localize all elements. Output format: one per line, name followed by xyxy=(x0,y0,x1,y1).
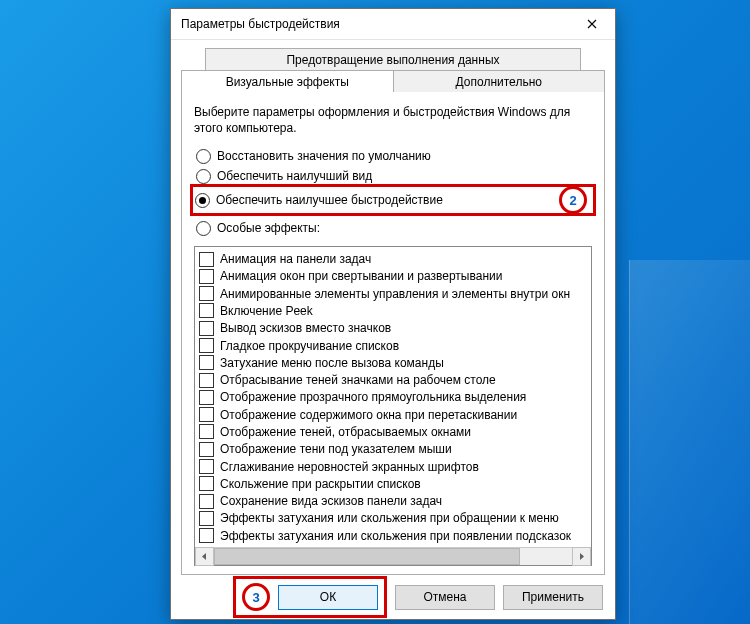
scroll-track[interactable] xyxy=(214,548,572,565)
effect-label: Отображение теней, отбрасываемых окнами xyxy=(220,425,471,439)
effect-item[interactable]: Анимация окон при свертывании и разверты… xyxy=(199,268,589,285)
cancel-button[interactable]: Отмена xyxy=(395,585,495,610)
ok-button[interactable]: ОК xyxy=(278,585,378,610)
dialog-button-row: 3 ОК Отмена Применить xyxy=(171,575,615,619)
checkbox-icon[interactable] xyxy=(199,511,214,526)
checkbox-icon[interactable] xyxy=(199,269,214,284)
effect-label: Включение Peek xyxy=(220,304,313,318)
annotation-step-3: 3 ОК xyxy=(233,576,387,618)
effect-item[interactable]: Отображение тени под указателем мыши xyxy=(199,441,589,458)
tab-visual-effects[interactable]: Визуальные эффекты xyxy=(181,70,394,92)
effect-item[interactable]: Отбрасывание теней значками на рабочем с… xyxy=(199,371,589,388)
radio-label: Обеспечить наилучший вид xyxy=(217,169,372,183)
effect-item[interactable]: Затухание меню после вызова команды xyxy=(199,354,589,371)
effect-label: Отображение тени под указателем мыши xyxy=(220,442,452,456)
radio-restore-defaults[interactable]: Восстановить значения по умолчанию xyxy=(194,146,592,166)
effect-item[interactable]: Эффекты затухания или скольжения при обр… xyxy=(199,510,589,527)
effect-label: Вывод эскизов вместо значков xyxy=(220,321,391,335)
effect-item[interactable]: Эффекты затухания или скольжения при поя… xyxy=(199,527,589,544)
effect-label: Эффекты затухания или скольжения при поя… xyxy=(220,529,571,543)
effect-label: Сглаживание неровностей экранных шрифтов xyxy=(220,460,479,474)
effect-label: Отображение содержимого окна при перетас… xyxy=(220,408,517,422)
step-badge-3: 3 xyxy=(242,583,270,611)
effect-item[interactable]: Отображение прозрачного прямоугольника в… xyxy=(199,389,589,406)
tab-dep[interactable]: Предотвращение выполнения данных xyxy=(205,48,581,70)
radio-icon xyxy=(196,169,211,184)
checkbox-icon[interactable] xyxy=(199,252,214,267)
desktop-background-accent xyxy=(629,260,750,624)
radio-label: Обеспечить наилучшее быстродействие xyxy=(216,193,443,207)
horizontal-scrollbar[interactable] xyxy=(195,547,591,565)
close-button[interactable] xyxy=(569,9,615,39)
apply-button[interactable]: Применить xyxy=(503,585,603,610)
titlebar: Параметры быстродействия xyxy=(171,9,615,40)
effect-item[interactable]: Сохранение вида эскизов панели задач xyxy=(199,493,589,510)
checkbox-icon[interactable] xyxy=(199,390,214,405)
effect-label: Затухание меню после вызова команды xyxy=(220,356,444,370)
checkbox-icon[interactable] xyxy=(199,476,214,491)
effect-item[interactable]: Включение Peek xyxy=(199,302,589,319)
checkbox-icon[interactable] xyxy=(199,494,214,509)
intro-text: Выберите параметры оформления и быстроде… xyxy=(194,104,592,136)
effects-listbox: Анимация на панели задачАнимация окон пр… xyxy=(194,246,592,566)
window-title: Параметры быстродействия xyxy=(181,17,340,31)
checkbox-icon[interactable] xyxy=(199,442,214,457)
radio-icon xyxy=(196,149,211,164)
checkbox-icon[interactable] xyxy=(199,373,214,388)
radio-icon[interactable] xyxy=(195,193,210,208)
checkbox-icon[interactable] xyxy=(199,407,214,422)
effect-label: Анимация окон при свертывании и разверты… xyxy=(220,269,502,283)
radio-icon xyxy=(196,221,211,236)
effect-label: Анимированные элементы управления и элем… xyxy=(220,287,570,301)
close-icon xyxy=(587,19,597,29)
effect-item[interactable]: Анимация на панели задач xyxy=(199,250,589,267)
checkbox-icon[interactable] xyxy=(199,459,214,474)
checkbox-icon[interactable] xyxy=(199,321,214,336)
tab-advanced[interactable]: Дополнительно xyxy=(394,70,606,92)
radio-best-appearance[interactable]: Обеспечить наилучший вид xyxy=(194,166,592,186)
step-badge-2: 2 xyxy=(559,186,587,214)
radio-label: Особые эффекты: xyxy=(217,221,320,235)
radio-custom[interactable]: Особые эффекты: xyxy=(194,218,592,238)
effect-item[interactable]: Анимированные элементы управления и элем… xyxy=(199,285,589,302)
performance-options-dialog: Параметры быстродействия Предотвращение … xyxy=(170,8,616,620)
scroll-right-arrow-icon[interactable] xyxy=(572,547,591,566)
effect-label: Отображение прозрачного прямоугольника в… xyxy=(220,390,526,404)
effect-item[interactable]: Сглаживание неровностей экранных шрифтов xyxy=(199,458,589,475)
tab-container: Предотвращение выполнения данных Визуаль… xyxy=(171,40,615,575)
checkbox-icon[interactable] xyxy=(199,338,214,353)
effect-label: Эффекты затухания или скольжения при обр… xyxy=(220,511,559,525)
effect-label: Скольжение при раскрытии списков xyxy=(220,477,421,491)
effect-label: Сохранение вида эскизов панели задач xyxy=(220,494,442,508)
effect-label: Анимация на панели задач xyxy=(220,252,371,266)
scroll-thumb[interactable] xyxy=(214,548,520,565)
effect-item[interactable]: Вывод эскизов вместо значков xyxy=(199,320,589,337)
effect-label: Гладкое прокручивание списков xyxy=(220,339,399,353)
effect-item[interactable]: Отображение содержимого окна при перетас… xyxy=(199,406,589,423)
visual-effects-panel: Выберите параметры оформления и быстроде… xyxy=(181,91,605,575)
effect-item[interactable]: Гладкое прокручивание списков xyxy=(199,337,589,354)
annotation-step-2: Обеспечить наилучшее быстродействие 2 xyxy=(190,184,596,216)
checkbox-icon[interactable] xyxy=(199,355,214,370)
scroll-left-arrow-icon[interactable] xyxy=(195,547,214,566)
checkbox-icon[interactable] xyxy=(199,528,214,543)
radio-label: Восстановить значения по умолчанию xyxy=(217,149,431,163)
effects-list[interactable]: Анимация на панели задачАнимация окон пр… xyxy=(195,247,591,547)
appearance-radio-group: Восстановить значения по умолчанию Обесп… xyxy=(194,146,592,238)
effect-label: Отбрасывание теней значками на рабочем с… xyxy=(220,373,496,387)
checkbox-icon[interactable] xyxy=(199,303,214,318)
effect-item[interactable]: Отображение теней, отбрасываемых окнами xyxy=(199,423,589,440)
checkbox-icon[interactable] xyxy=(199,286,214,301)
effect-item[interactable]: Скольжение при раскрытии списков xyxy=(199,475,589,492)
checkbox-icon[interactable] xyxy=(199,424,214,439)
